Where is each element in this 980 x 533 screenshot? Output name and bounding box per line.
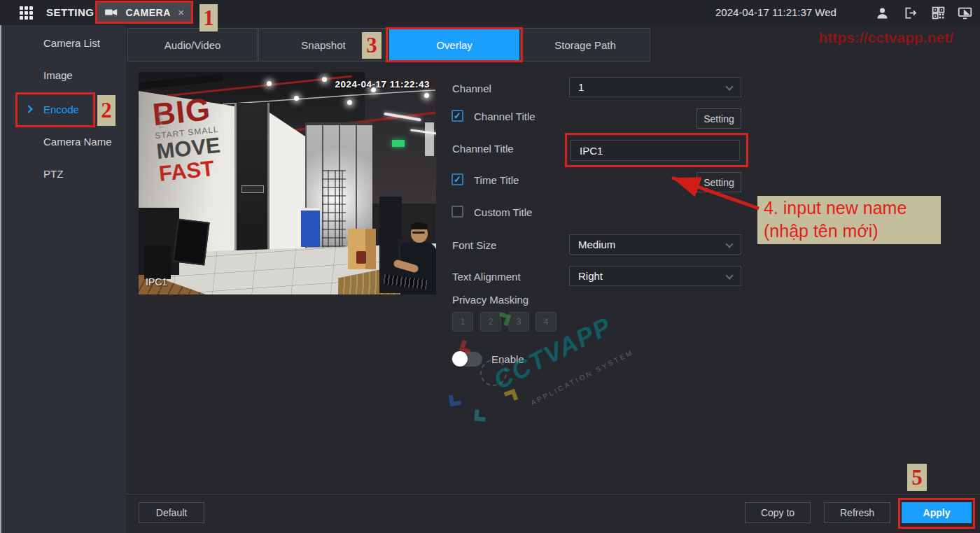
channel-title-input[interactable] (570, 140, 740, 161)
step-badge-3: 3 (362, 32, 382, 59)
time-title-label: Time Title (474, 174, 519, 186)
step-badge-1: 1 (200, 4, 218, 31)
apps-grid-icon[interactable] (20, 6, 33, 20)
copy-to-button[interactable]: Copy to (745, 502, 811, 523)
chevron-down-icon (725, 271, 733, 279)
sidebar-item-camera-list[interactable]: Camera List (43, 36, 100, 50)
camera-tab[interactable]: CAMERA × (97, 2, 191, 22)
top-bar: SETTING CAMERA × 2024-04-17 11:21:37 Wed (0, 0, 980, 25)
privacy-masking-label: Privacy Masking (452, 294, 528, 306)
channel-title-setting-button[interactable]: Setting (696, 108, 741, 129)
preview-box-dark (144, 246, 171, 279)
exit-sign (392, 140, 405, 147)
text-alignment-label: Text Alignment (452, 271, 521, 283)
user-account-icon[interactable] (875, 6, 890, 20)
site-url-watermark: https://cctvapp.net/ (819, 29, 980, 46)
default-button[interactable]: Default (139, 502, 204, 523)
tab-storage-path[interactable]: Storage Path (520, 28, 650, 62)
time-title-checkbox[interactable] (451, 173, 463, 185)
preview-leaning-monitor (172, 218, 209, 265)
logout-icon[interactable] (903, 6, 918, 20)
step-4-note-line1: 4. input new name (764, 197, 934, 220)
chevron-down-icon (725, 240, 733, 248)
datetime-display: 2024-04-17 11:21:37 Wed (715, 0, 836, 25)
refresh-button[interactable]: Refresh (824, 502, 890, 523)
channel-title-input-label: Channel Title (452, 143, 514, 155)
step-badge-2: 2 (97, 95, 115, 126)
step-4-note: 4. input new name (nhập tên mới) (757, 196, 941, 244)
display-output-icon[interactable] (958, 6, 972, 20)
text-alignment-value: Right (578, 270, 603, 282)
camera-preview: THINK BIG START SMALL MOVE FAST (139, 72, 436, 294)
nvr-settings-window: SETTING CAMERA × 2024-04-17 11:21:37 Wed (0, 0, 980, 533)
font-size-label: Font Size (452, 239, 496, 251)
preview-blue-cabinet (301, 208, 320, 247)
main-panel: Audio/Video Snapshot Overlay Storage Pat… (126, 25, 980, 533)
qr-code-icon[interactable] (931, 6, 946, 20)
chevron-right-icon (24, 105, 32, 113)
privacy-zone-4[interactable]: 4 (536, 312, 556, 332)
privacy-zone-3[interactable]: 3 (508, 312, 529, 332)
font-size-select[interactable]: Medium (569, 234, 741, 255)
preview-poster (425, 122, 434, 156)
time-title-setting-button[interactable]: Setting (696, 172, 741, 192)
setting-title: SETTING (46, 0, 94, 25)
preview-person-head (411, 224, 428, 243)
tab-audio-video[interactable]: Audio/Video (127, 28, 258, 62)
apply-button[interactable]: Apply (902, 502, 972, 523)
window-edge-line (0, 25, 1, 533)
chevron-down-icon (725, 83, 733, 90)
toggle-knob (452, 351, 468, 367)
step-4-note-line2: (nhập tên mới) (764, 220, 934, 243)
camera-icon (104, 8, 118, 17)
enable-label: Enable (491, 353, 524, 365)
sidebar-item-image[interactable]: Image (43, 69, 73, 83)
sidebar-item-camera-name[interactable]: Camera Name (43, 135, 112, 149)
sidebar-item-ptz[interactable]: PTZ (43, 167, 63, 181)
preview-metal-rack (322, 170, 346, 254)
cctvapp-logo-subtext: APPLICATION SYSTEM (529, 348, 634, 407)
preview-corner-wall (270, 113, 305, 261)
channel-title-checkbox[interactable] (451, 110, 463, 122)
preview-cardboard-box (348, 229, 376, 269)
font-size-value: Medium (578, 239, 615, 250)
osd-channel-title: IPC1 (146, 276, 167, 287)
preview-door (234, 103, 270, 258)
osd-timestamp: 2024-04-17 11:22:43 (335, 79, 430, 90)
text-alignment-select[interactable]: Right (569, 266, 741, 286)
footer-divider (126, 494, 980, 495)
camera-tab-label: CAMERA (124, 7, 172, 18)
privacy-masking-enable-toggle[interactable] (451, 352, 482, 367)
channel-label: Channel (452, 83, 491, 94)
close-icon[interactable]: × (178, 7, 184, 17)
privacy-zone-1[interactable]: 1 (452, 312, 473, 332)
step-badge-5: 5 (907, 464, 927, 491)
custom-title-checkbox[interactable] (451, 206, 463, 218)
sidebar-item-encode[interactable]: Encode (43, 103, 79, 117)
channel-value: 1 (578, 81, 584, 93)
channel-select[interactable]: 1 (569, 77, 741, 97)
privacy-zone-2[interactable]: 2 (480, 312, 501, 332)
tab-overlay[interactable]: Overlay (389, 28, 519, 62)
custom-title-label: Custom Title (474, 206, 532, 218)
channel-title-toggle-label: Channel Title (474, 111, 536, 122)
